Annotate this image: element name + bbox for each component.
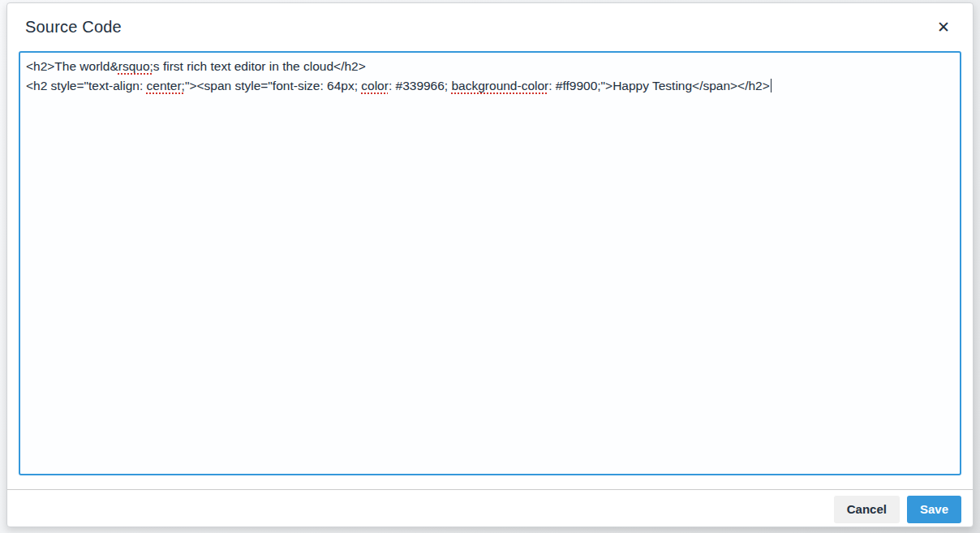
code-text: : #339966;	[389, 79, 452, 92]
close-icon: ✕	[937, 19, 950, 35]
misspelled-word: rsquo;	[118, 59, 153, 73]
close-button[interactable]: ✕	[930, 14, 957, 41]
source-code-textarea[interactable]: <h2>The world&rsquo;s first rich text ed…	[19, 51, 961, 475]
dialog-title: Source Code	[25, 18, 122, 37]
code-text: <h2>The world&	[26, 59, 118, 73]
save-button[interactable]: Save	[907, 496, 961, 523]
cancel-button[interactable]: Cancel	[834, 496, 900, 523]
misspelled-word: background-color	[451, 79, 548, 92]
dialog-body: <h2>The world&rsquo;s first rich text ed…	[7, 51, 973, 475]
source-code-dialog: Source Code ✕ <h2>The world&rsquo;s firs…	[6, 2, 974, 527]
text-caret	[771, 79, 772, 92]
code-line: <h2 style="text-align: center;"><span st…	[26, 76, 954, 96]
dialog-header: Source Code ✕	[7, 3, 973, 51]
code-text: s first rich text editor in the cloud</h…	[153, 59, 366, 73]
misspelled-word: center;	[147, 79, 185, 92]
code-text: <h2 style="text-align:	[26, 79, 147, 92]
misspelled-word: color	[361, 79, 389, 92]
dialog-footer: Cancel Save	[7, 489, 973, 528]
code-line: <h2>The world&rsquo;s first rich text ed…	[26, 57, 954, 76]
code-text: "><span style="font-size: 64px;	[185, 79, 361, 92]
code-text: : #ff9900;">Happy Testing</span></h2>	[548, 79, 770, 92]
